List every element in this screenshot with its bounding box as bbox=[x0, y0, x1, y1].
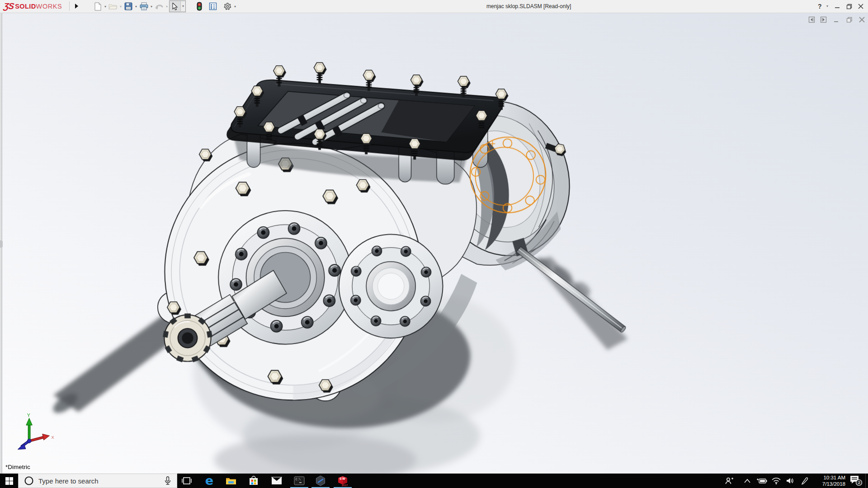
taskbar-search[interactable] bbox=[18, 474, 177, 488]
taskbar-command-prompt[interactable]: C:\ bbox=[289, 474, 309, 488]
options-button[interactable] bbox=[222, 1, 233, 12]
windows-taskbar: e C:\ bbox=[0, 474, 868, 488]
help-dropdown[interactable]: ▾ bbox=[826, 0, 828, 13]
select-dropdown[interactable]: ▾ bbox=[180, 1, 185, 11]
logo-text-solid: SOLID bbox=[15, 3, 36, 10]
title-bar: ƷS SOLIDWORKS ▾ ▾ ▾ bbox=[0, 0, 868, 13]
splitter-handle[interactable] bbox=[0, 240, 3, 248]
store-icon bbox=[249, 476, 259, 486]
pane-right-icon bbox=[820, 16, 827, 23]
tray-overflow-button[interactable] bbox=[741, 474, 754, 488]
doc-minimize-icon bbox=[834, 17, 839, 23]
edge-icon: e bbox=[205, 475, 213, 487]
save-button[interactable] bbox=[123, 1, 134, 12]
traffic-light-icon bbox=[197, 2, 202, 11]
action-center-button[interactable]: 2 bbox=[848, 474, 864, 488]
chevron-up-icon bbox=[744, 479, 750, 483]
running-indicator-cmd bbox=[290, 487, 308, 488]
doc-minimize-button[interactable] bbox=[834, 16, 846, 24]
hex-bolt[interactable] bbox=[199, 149, 213, 161]
file-properties-icon bbox=[209, 2, 217, 10]
save-floppy-icon bbox=[124, 2, 132, 10]
toolbar-flyout-button[interactable] bbox=[72, 1, 80, 11]
doc-restore-icon bbox=[846, 17, 853, 23]
triad-y-label: Y bbox=[27, 413, 30, 418]
help-button[interactable]: ? bbox=[818, 0, 822, 13]
search-input[interactable] bbox=[38, 477, 164, 485]
options-dropdown[interactable]: ▾ bbox=[233, 5, 237, 9]
open-folder-icon bbox=[108, 3, 118, 10]
doc-restore-button[interactable] bbox=[846, 16, 859, 24]
gear-icon bbox=[223, 2, 231, 10]
pane-left-button[interactable] bbox=[808, 16, 820, 25]
taskbar-clock[interactable]: 10:31 AM 7/13/2018 bbox=[814, 474, 845, 487]
print-icon bbox=[140, 2, 148, 10]
doc-close-button[interactable] bbox=[859, 16, 868, 24]
new-document-icon bbox=[94, 2, 102, 11]
flyout-arrow-icon bbox=[75, 4, 79, 9]
volume-tray-button[interactable] bbox=[783, 474, 797, 488]
undo-button[interactable] bbox=[154, 1, 165, 12]
taskbar-file-explorer[interactable] bbox=[221, 474, 241, 488]
solidworks-logo: ƷS SOLIDWORKS bbox=[4, 1, 62, 11]
action-center-icon: 2 bbox=[849, 475, 863, 487]
window-close-button[interactable] bbox=[858, 0, 863, 13]
battery-icon bbox=[756, 478, 767, 484]
battery-tray-button[interactable] bbox=[755, 474, 769, 488]
side-bearing-cover[interactable] bbox=[339, 235, 443, 338]
print-button[interactable] bbox=[138, 1, 149, 12]
microphone-icon[interactable] bbox=[164, 476, 171, 485]
print-dropdown[interactable]: ▾ bbox=[149, 5, 154, 9]
running-indicator-solidworks bbox=[334, 487, 352, 488]
toolbar-separator bbox=[69, 1, 70, 11]
command-prompt-icon: C:\ bbox=[294, 476, 305, 485]
close-icon bbox=[858, 4, 863, 9]
window-minimize-button[interactable] bbox=[835, 0, 840, 13]
people-tray-button[interactable] bbox=[722, 474, 736, 488]
new-document-button[interactable] bbox=[92, 1, 103, 12]
solidworks-logo-icon: ƷS bbox=[3, 1, 14, 11]
task-view-icon bbox=[182, 477, 192, 485]
select-cursor-icon bbox=[170, 1, 180, 12]
wifi-tray-button[interactable] bbox=[769, 474, 783, 488]
clock-date: 7/13/2018 bbox=[814, 481, 845, 487]
clock-time: 10:31 AM bbox=[814, 474, 845, 481]
cmd-glyph: C:\ bbox=[296, 478, 301, 481]
pane-left-icon bbox=[808, 16, 815, 23]
windows-ink-tray-button[interactable] bbox=[798, 474, 811, 488]
undo-dropdown[interactable]: ▾ bbox=[165, 5, 169, 9]
rebuild-button[interactable] bbox=[194, 1, 205, 12]
notification-badge: 2 bbox=[858, 480, 860, 485]
pen-icon bbox=[801, 477, 809, 485]
mail-icon bbox=[271, 477, 282, 485]
start-button[interactable] bbox=[0, 474, 18, 488]
save-dropdown[interactable]: ▾ bbox=[134, 5, 138, 9]
file-properties-button[interactable] bbox=[208, 1, 218, 12]
open-button[interactable] bbox=[108, 1, 118, 12]
document-title: menjac sklop.SLDASM [Read-only] bbox=[486, 0, 571, 13]
task-view-button[interactable] bbox=[177, 474, 197, 488]
taskbar-mail[interactable] bbox=[267, 474, 287, 488]
orientation-triad: Y X bbox=[18, 413, 54, 449]
minimize-icon bbox=[835, 4, 840, 9]
document-window-controls bbox=[808, 15, 868, 25]
restore-icon bbox=[846, 4, 852, 9]
new-document-dropdown[interactable]: ▾ bbox=[103, 5, 108, 9]
hexagon-app-icon bbox=[315, 475, 326, 486]
solidworks-2017-icon: S W 2017 bbox=[337, 475, 349, 487]
select-tool-button[interactable]: ▾ bbox=[169, 0, 186, 12]
sw-year: 2017 bbox=[342, 484, 348, 487]
undo-arrow-icon bbox=[155, 3, 164, 10]
taskbar-edge[interactable]: e bbox=[199, 474, 219, 488]
pane-right-button[interactable] bbox=[820, 16, 834, 25]
people-icon bbox=[725, 477, 734, 485]
taskbar-solidworks[interactable]: S W 2017 bbox=[333, 474, 353, 488]
taskbar-hexagon-app[interactable] bbox=[311, 474, 330, 488]
show-desktop-button[interactable] bbox=[865, 474, 868, 488]
gearbox-model[interactable]: Y X bbox=[0, 13, 868, 474]
wifi-icon bbox=[772, 478, 781, 484]
cortana-icon bbox=[24, 476, 34, 486]
taskbar-store[interactable] bbox=[244, 474, 264, 488]
open-dropdown[interactable]: ▾ bbox=[118, 5, 123, 9]
window-restore-button[interactable] bbox=[846, 0, 852, 13]
